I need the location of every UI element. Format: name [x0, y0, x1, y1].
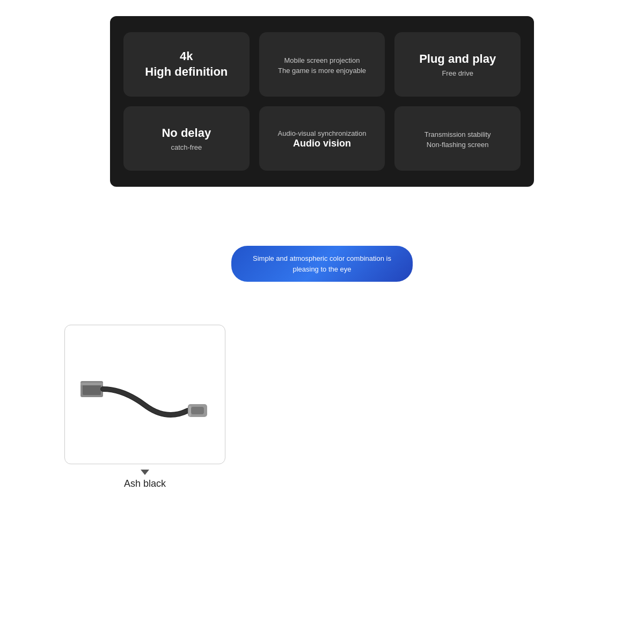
- feature-card-transmission: Transmission stability Non-flashing scre…: [394, 106, 521, 171]
- card-transmission-subtitle: Non-flashing screen: [427, 141, 489, 149]
- feature-grid: 4k High definition Mobile screen project…: [123, 32, 521, 171]
- card-4k-subtitle: High definition: [145, 64, 228, 80]
- badge-section: Simple and atmospheric color combination…: [0, 246, 644, 282]
- badge-text-line1: Simple and atmospheric color combination…: [253, 254, 391, 262]
- arrow-down-icon: [141, 470, 149, 475]
- badge-text-line2: pleasing to the eye: [292, 265, 351, 273]
- card-plug-title: Plug and play: [419, 52, 496, 67]
- svg-rect-5: [189, 406, 191, 416]
- feature-panel: 4k High definition Mobile screen project…: [110, 16, 534, 187]
- feature-card-audio: Audio-visual synchronization Audio visio…: [259, 106, 385, 171]
- card-mobile-title: Mobile screen projection: [284, 56, 360, 64]
- card-audio-subtitle: Audio-visual synchronization: [278, 129, 367, 137]
- feature-card-4k: 4k High definition: [123, 32, 250, 97]
- card-audio-title: Audio vision: [293, 137, 351, 150]
- cable-svg: [75, 335, 215, 453]
- color-label-section: Ash black: [64, 470, 225, 489]
- feature-card-mobile-screen: Mobile screen projection The game is mor…: [259, 32, 385, 97]
- cable-section: Ash black: [0, 325, 644, 489]
- feature-card-plug-play: Plug and play Free drive: [394, 32, 521, 97]
- card-mobile-subtitle: The game is more enjoyable: [278, 67, 366, 75]
- card-transmission-title: Transmission stability: [425, 130, 491, 138]
- feature-card-no-delay: No delay catch-free: [123, 106, 250, 171]
- badge-pill: Simple and atmospheric color combination…: [231, 246, 413, 282]
- card-delay-title: No delay: [162, 126, 211, 141]
- card-4k-title: 4k: [180, 49, 193, 64]
- card-delay-subtitle: catch-free: [171, 143, 202, 151]
- color-label-text: Ash black: [124, 478, 166, 489]
- svg-rect-4: [191, 407, 204, 414]
- cable-image-box: [64, 325, 225, 464]
- svg-rect-2: [80, 383, 103, 385]
- card-plug-subtitle: Free drive: [442, 69, 473, 77]
